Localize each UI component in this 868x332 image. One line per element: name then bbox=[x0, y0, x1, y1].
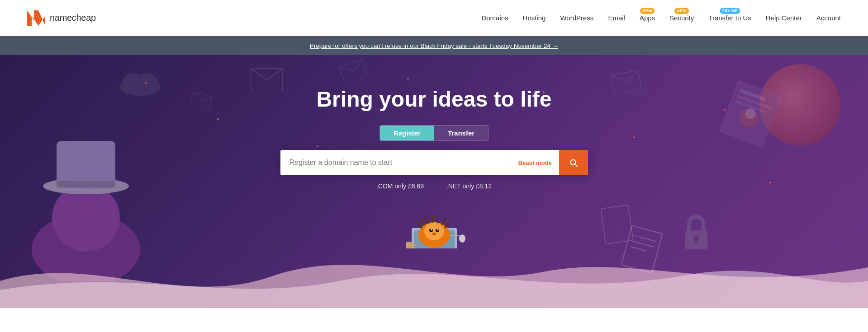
svg-rect-0 bbox=[251, 69, 283, 91]
pricing-links: .COM only £6.69 .NET only £8.12 bbox=[376, 182, 492, 190]
search-icon bbox=[569, 158, 579, 168]
hero-section: Bring your ideas to life Register Transf… bbox=[0, 55, 868, 308]
header: namecheap Domains Hosting WordPress Emai… bbox=[0, 0, 868, 36]
nav-transfer[interactable]: TRY ME Transfer to Us bbox=[708, 14, 751, 22]
nav-hosting[interactable]: Hosting bbox=[523, 14, 546, 22]
security-badge: NEW bbox=[674, 8, 689, 14]
register-tab[interactable]: Register bbox=[380, 126, 434, 140]
svg-point-34 bbox=[437, 229, 438, 230]
svg-rect-10 bbox=[685, 230, 707, 249]
announcement-link[interactable]: Prepare for offers you can't refuse in o… bbox=[310, 42, 558, 49]
svg-line-23 bbox=[632, 241, 654, 247]
envelope-1 bbox=[249, 64, 285, 91]
svg-line-22 bbox=[634, 235, 655, 241]
apps-badge: NEW bbox=[640, 8, 655, 14]
transfer-tab[interactable]: Transfer bbox=[434, 126, 488, 140]
svg-rect-16 bbox=[57, 141, 115, 188]
svg-point-14 bbox=[52, 184, 120, 252]
search-button[interactable] bbox=[559, 150, 588, 175]
svg-point-33 bbox=[431, 229, 432, 230]
svg-point-13 bbox=[32, 213, 140, 281]
svg-line-24 bbox=[631, 247, 646, 251]
mascot-area bbox=[398, 203, 470, 250]
book-decoration bbox=[714, 75, 787, 153]
svg-point-37 bbox=[459, 234, 465, 243]
search-tab-toggle: Register Transfer bbox=[379, 125, 489, 141]
hero-title: Bring your ideas to life bbox=[316, 87, 551, 112]
svg-point-11 bbox=[693, 236, 699, 242]
svg-point-19 bbox=[122, 73, 145, 91]
svg-point-15 bbox=[43, 178, 129, 194]
svg-rect-6 bbox=[737, 95, 772, 110]
transfer-badge: TRY ME bbox=[720, 8, 740, 14]
nav-wordpress[interactable]: WordPress bbox=[560, 14, 593, 22]
star-2 bbox=[217, 118, 219, 120]
paper-right-2 bbox=[598, 202, 636, 247]
hero-content: Bring your ideas to life Register Transf… bbox=[280, 55, 588, 190]
star-1 bbox=[145, 82, 147, 84]
hedgehog-mascot bbox=[398, 203, 470, 248]
main-nav: Domains Hosting WordPress Email NEW Apps… bbox=[481, 14, 841, 22]
nav-security[interactable]: NEW Security bbox=[669, 14, 694, 22]
svg-rect-4 bbox=[720, 81, 781, 147]
svg-rect-25 bbox=[601, 205, 633, 244]
svg-rect-12 bbox=[695, 239, 697, 243]
beast-mode-button[interactable]: Beast mode bbox=[511, 150, 559, 175]
svg-rect-36 bbox=[406, 242, 413, 248]
nav-help[interactable]: Help Center bbox=[766, 14, 802, 22]
lock-icon bbox=[678, 213, 714, 254]
net-price-link[interactable]: .NET only £8.12 bbox=[446, 182, 492, 190]
domain-search-input[interactable] bbox=[280, 150, 511, 175]
wave-bottom bbox=[0, 245, 868, 308]
logo-area[interactable]: namecheap bbox=[27, 10, 96, 26]
star-8 bbox=[90, 191, 92, 192]
paper-right bbox=[618, 223, 665, 276]
hat-figure bbox=[27, 127, 145, 281]
nav-domains[interactable]: Domains bbox=[481, 14, 508, 22]
nav-email[interactable]: Email bbox=[608, 14, 625, 22]
svg-rect-21 bbox=[621, 225, 663, 273]
star-7 bbox=[633, 136, 635, 138]
svg-point-30 bbox=[424, 222, 444, 240]
star-9 bbox=[769, 182, 771, 183]
star-5 bbox=[724, 109, 726, 111]
svg-point-9 bbox=[744, 107, 758, 121]
logo-text: namecheap bbox=[50, 13, 96, 23]
envelope-3 bbox=[188, 89, 214, 111]
nav-account[interactable]: Account bbox=[816, 14, 841, 22]
announcement-bar: Prepare for offers you can't refuse in o… bbox=[0, 36, 868, 55]
svg-rect-7 bbox=[735, 100, 766, 113]
svg-point-20 bbox=[137, 73, 157, 89]
svg-rect-5 bbox=[739, 89, 766, 101]
svg-rect-3 bbox=[611, 70, 641, 94]
cloud-left bbox=[118, 69, 163, 96]
bottom-section: Buy a domain and everything else you nee… bbox=[0, 308, 868, 332]
planet-decoration bbox=[759, 64, 841, 145]
com-price-link[interactable]: .COM only £6.69 bbox=[376, 182, 424, 190]
nav-apps[interactable]: NEW Apps bbox=[640, 14, 655, 22]
svg-point-18 bbox=[120, 78, 161, 96]
svg-rect-17 bbox=[57, 181, 115, 187]
svg-rect-2 bbox=[190, 92, 212, 111]
envelope-4 bbox=[608, 66, 644, 94]
search-bar: Beast mode bbox=[280, 150, 588, 175]
svg-point-35 bbox=[432, 233, 436, 235]
svg-point-8 bbox=[737, 107, 760, 130]
logo-icon bbox=[27, 10, 45, 26]
